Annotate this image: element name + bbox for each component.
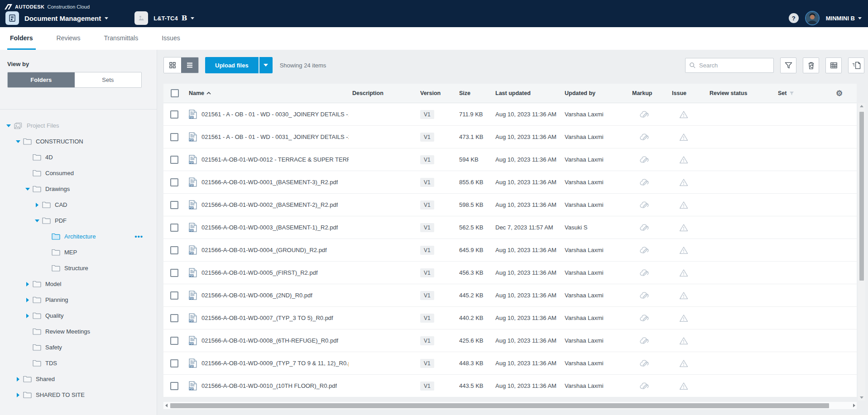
row-checkbox[interactable] — [170, 178, 178, 186]
row-checkbox[interactable] — [170, 291, 178, 300]
tree-item[interactable]: SHARED TO SITE ••• — [0, 387, 157, 403]
file-name[interactable]: 021566-A-OB-01-WD-0009_(TYP_7 TO 9 & 11,… — [201, 360, 349, 367]
issue-warning-icon[interactable] — [679, 178, 688, 186]
markup-cloud-icon[interactable] — [639, 246, 650, 254]
version-badge[interactable]: V1 — [420, 268, 434, 277]
tree-expand-arrow-icon[interactable] — [17, 377, 19, 382]
issue-warning-icon[interactable] — [679, 246, 688, 254]
markup-cloud-icon[interactable] — [639, 110, 650, 119]
file-name[interactable]: 021561 - A - OB - 01 - WD - 0031_ JOINER… — [201, 134, 349, 140]
version-badge[interactable]: V1 — [420, 178, 434, 187]
tree-expand-arrow-icon[interactable] — [16, 140, 20, 143]
issue-warning-icon[interactable] — [679, 133, 688, 141]
row-checkbox[interactable] — [170, 133, 178, 141]
upload-dropdown-button[interactable] — [259, 57, 273, 73]
markup-cloud-icon[interactable] — [639, 291, 650, 300]
column-name[interactable]: Name — [189, 90, 352, 96]
markup-cloud-icon[interactable] — [639, 382, 650, 390]
table-row[interactable]: PDF 021566-A-OB-01-WD-0006_(2ND)_R0.pdf … — [163, 284, 857, 307]
project-selector[interactable]: L&T-TC4 B — [153, 14, 194, 22]
tree-item[interactable]: Structure ••• — [0, 260, 157, 276]
select-all-checkbox[interactable] — [171, 89, 179, 97]
avatar[interactable] — [805, 11, 820, 25]
tree-expand-arrow-icon[interactable] — [36, 203, 38, 207]
tree-item[interactable]: Project Files ••• — [0, 118, 157, 134]
issue-warning-icon[interactable] — [679, 337, 688, 345]
table-settings-button[interactable] — [825, 57, 842, 73]
set-filter-icon[interactable] — [789, 91, 795, 96]
more-options-icon[interactable]: ••• — [134, 233, 143, 240]
table-row[interactable]: PDF 021566-A-OB-01-WD-0008_(6TH-REFUGE)_… — [163, 329, 857, 352]
version-badge[interactable]: V1 — [420, 155, 434, 164]
issue-warning-icon[interactable] — [679, 224, 688, 232]
version-badge[interactable]: V1 — [420, 382, 434, 391]
row-checkbox[interactable] — [170, 201, 178, 209]
scroll-right-arrow[interactable] — [851, 404, 857, 407]
upload-files-button[interactable]: Upload files — [205, 57, 259, 73]
tab-issues[interactable]: Issues — [159, 27, 182, 50]
version-badge[interactable]: V1 — [420, 223, 434, 232]
issue-warning-icon[interactable] — [679, 291, 688, 300]
table-row[interactable]: PDF 021561 - A - OB - 01 - WD - 0030_ JO… — [163, 103, 857, 126]
table-row[interactable]: PDF 021561-A-OB-01-WD-0012 - TERRACE & S… — [163, 148, 857, 171]
version-badge[interactable]: V1 — [420, 110, 434, 119]
issue-warning-icon[interactable] — [679, 156, 688, 164]
file-name[interactable]: 021566-A-OB-01-WD-0007_(TYP_3 TO 5)_R0.p… — [201, 315, 333, 321]
row-checkbox[interactable] — [170, 337, 178, 345]
column-issue[interactable]: Issue — [672, 90, 710, 96]
file-name[interactable]: 021566-A-OB-01-WD-0010_(10TH FLOOR)_R0.p… — [201, 382, 337, 389]
issue-warning-icon[interactable] — [679, 110, 688, 119]
tree-expand-arrow-icon[interactable] — [6, 124, 11, 127]
file-name[interactable]: 021561 - A - OB - 01 - WD - 0030_ JOINER… — [201, 111, 349, 118]
tree-expand-arrow-icon[interactable] — [26, 298, 29, 302]
help-button[interactable]: ? — [789, 13, 799, 23]
table-row[interactable]: PDF 021566-A-OB-01-WD-0001_(BASEMENT-3)_… — [163, 171, 857, 194]
table-row[interactable]: PDF 021566-A-OB-01-WD-0007_(TYP_3 TO 5)_… — [163, 307, 857, 329]
file-name[interactable]: 021566-A-OB-01-WD-0004_(GROUND)_R2.pdf — [201, 247, 327, 253]
column-markup[interactable]: Markup — [632, 90, 672, 96]
column-settings-gear-icon[interactable]: ⚙ — [836, 90, 843, 97]
version-badge[interactable]: V1 — [420, 246, 434, 255]
horizontal-scrollbar[interactable] — [163, 402, 857, 409]
tree-expand-arrow-icon[interactable] — [26, 314, 29, 318]
row-checkbox[interactable] — [170, 156, 178, 164]
markup-cloud-icon[interactable] — [639, 178, 650, 186]
markup-cloud-icon[interactable] — [639, 336, 650, 345]
markup-cloud-icon[interactable] — [639, 268, 650, 277]
tab-reviews[interactable]: Reviews — [54, 27, 83, 50]
column-updated-by[interactable]: Updated by — [565, 90, 632, 96]
tree-item[interactable]: Consumed ••• — [0, 165, 157, 181]
tree-item[interactable]: CONSTRUCTION ••• — [0, 134, 157, 149]
tree-item[interactable]: Review Meetings ••• — [0, 324, 157, 339]
deleted-items-button[interactable] — [803, 57, 819, 73]
row-checkbox[interactable] — [170, 359, 178, 367]
tab-transmittals[interactable]: Transmittals — [101, 27, 141, 50]
row-checkbox[interactable] — [170, 269, 178, 277]
markup-cloud-icon[interactable] — [639, 155, 650, 164]
toggle-folders[interactable]: Folders — [8, 72, 75, 87]
project-thumbnail[interactable] — [134, 11, 148, 25]
file-name[interactable]: 021566-A-OB-01-WD-0001_(BASEMENT-3)_R2.p… — [201, 179, 338, 186]
markup-cloud-icon[interactable] — [639, 133, 650, 141]
file-name[interactable]: 021561-A-OB-01-WD-0012 - TERRACE & SUPER… — [201, 156, 349, 163]
toggle-sets[interactable]: Sets — [75, 72, 142, 87]
row-checkbox[interactable] — [170, 382, 178, 390]
file-name[interactable]: 021566-A-OB-01-WD-0003_(BASEMENT-1)_R2.p… — [201, 224, 338, 231]
scroll-down-arrow[interactable] — [860, 396, 863, 399]
table-row[interactable]: PDF 021561 - A - OB - 01 - WD - 0031_ JO… — [163, 126, 857, 148]
column-description[interactable]: Description — [352, 90, 420, 96]
tree-item[interactable]: MEP ••• — [0, 244, 157, 260]
scroll-left-arrow[interactable] — [163, 404, 169, 407]
column-set[interactable]: Set — [778, 90, 836, 96]
table-row[interactable]: PDF 021566-A-OB-01-WD-0009_(TYP_7 TO 9 &… — [163, 352, 857, 375]
vertical-scrollbar[interactable] — [858, 103, 865, 401]
table-row[interactable]: PDF 021566-A-OB-01-WD-0005_(FIRST)_R2.pd… — [163, 262, 857, 284]
markup-cloud-icon[interactable] — [639, 223, 650, 232]
tree-item[interactable]: CAD ••• — [0, 197, 157, 213]
version-badge[interactable]: V1 — [420, 133, 434, 142]
list-view-button[interactable] — [181, 57, 198, 73]
document-management-icon[interactable] — [5, 11, 19, 25]
app-switcher[interactable]: Document Management — [24, 14, 108, 22]
column-version[interactable]: Version — [420, 90, 459, 96]
row-checkbox[interactable] — [170, 110, 178, 119]
